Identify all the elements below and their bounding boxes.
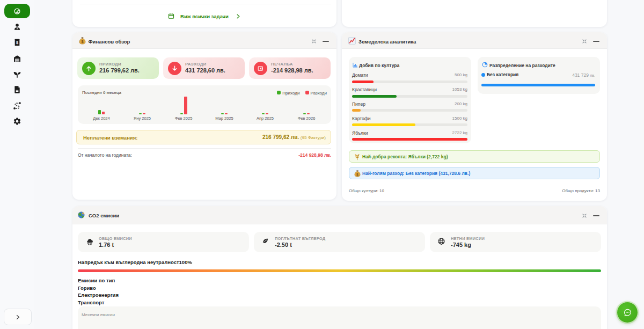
svg-text:$: $	[356, 173, 358, 177]
svg-text:$: $	[16, 40, 18, 45]
